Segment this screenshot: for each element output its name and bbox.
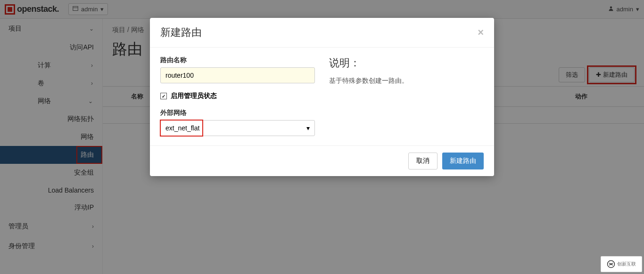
modal-body: 路由名称 ✓ 启用管理员状态 外部网络 ext_net_flat ▾ 说明： 基… (150, 48, 494, 145)
close-icon[interactable]: × (478, 26, 484, 39)
modal-form: 路由名称 ✓ 启用管理员状态 外部网络 ext_net_flat ▾ (160, 56, 315, 136)
external-network-value: ext_net_flat (165, 124, 199, 132)
watermark-text: 创新互联 (617, 261, 636, 267)
watermark-logo: 创新互联 (601, 256, 642, 272)
modal-description: 说明： 基于特殊参数创建一路由。 (329, 56, 484, 136)
external-network-select[interactable]: ext_net_flat ▾ (160, 120, 315, 136)
description-text: 基于特殊参数创建一路由。 (329, 77, 484, 85)
description-title: 说明： (329, 56, 484, 70)
admin-state-checkbox[interactable]: ✓ 启用管理员状态 (160, 92, 315, 100)
label-router-name: 路由名称 (160, 56, 315, 64)
submit-button[interactable]: 新建路由 (442, 153, 484, 169)
label-external-network: 外部网络 (160, 109, 315, 117)
router-name-input[interactable] (160, 67, 315, 83)
watermark-icon (607, 260, 615, 268)
cancel-button[interactable]: 取消 (408, 153, 438, 169)
modal-title: 新建路由 (160, 25, 202, 40)
router-name-field-wrap (160, 67, 315, 83)
admin-state-label: 启用管理员状态 (171, 92, 217, 100)
checkmark-icon: ✓ (160, 93, 167, 99)
caret-down-icon: ▾ (306, 124, 310, 132)
modal-header: 新建路由 × (150, 18, 494, 48)
modal-footer: 取消 新建路由 (150, 145, 494, 176)
create-router-modal: 新建路由 × 路由名称 ✓ 启用管理员状态 外部网络 ext_net_flat … (150, 18, 494, 176)
